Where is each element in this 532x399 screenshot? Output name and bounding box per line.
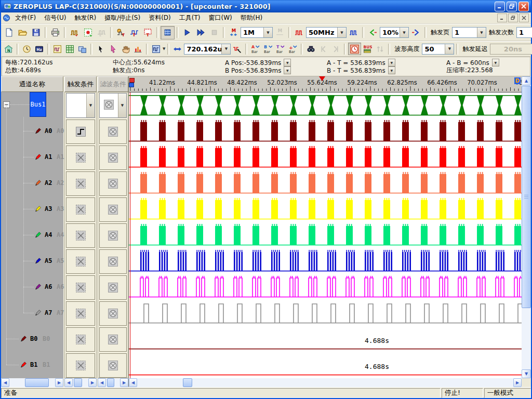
channel-name[interactable]: A3 xyxy=(45,205,52,212)
mdi-restore-button[interactable] xyxy=(508,14,518,22)
vscroll-down-button[interactable]: ▼ xyxy=(522,369,531,378)
wave-display-button[interactable] xyxy=(150,43,162,55)
bus-label[interactable]: Bus1 xyxy=(30,92,46,117)
hscroll-left-button[interactable]: ◀ xyxy=(129,378,137,387)
waveform-row-a0[interactable] xyxy=(129,118,522,144)
menu-item-7[interactable]: 帮助(H) xyxy=(236,12,267,23)
waveform-row-a6[interactable] xyxy=(129,274,522,300)
bar-b-button[interactable]: BBar xyxy=(262,43,274,55)
hscroll-right-button[interactable]: ▶ xyxy=(513,378,522,387)
channel-name[interactable]: A5 xyxy=(45,257,52,264)
sample-wave-red-button[interactable] xyxy=(292,26,305,39)
run-repeat-button[interactable] xyxy=(194,26,207,39)
filter-cell-a2[interactable] xyxy=(99,171,127,196)
filter-cell-a5[interactable] xyxy=(99,249,127,274)
trigger-cell-a6[interactable] xyxy=(66,275,95,300)
memory-depth-button[interactable]: M xyxy=(227,26,240,39)
d-flag-marker[interactable]: D xyxy=(514,77,521,84)
zoom-range-button[interactable] xyxy=(171,43,183,55)
trigger-count-combo[interactable]: 1▼ xyxy=(516,27,532,38)
channel-name[interactable]: B1 xyxy=(30,361,37,368)
trigger-page-combo-arrow[interactable]: ▼ xyxy=(477,28,486,37)
b-bar-marker[interactable] xyxy=(129,83,134,87)
minimize-button[interactable] xyxy=(495,2,505,11)
vscroll-thumb[interactable] xyxy=(522,86,531,308)
filter-column-hscrollbar[interactable]: ◀▶ xyxy=(98,378,128,387)
bus-setup-button[interactable] xyxy=(161,26,175,39)
b-t-dropdown[interactable]: ▼ xyxy=(388,66,395,74)
trigger-dropdown-arrow[interactable]: ▼ xyxy=(86,94,95,117)
cursor-select-button[interactable] xyxy=(107,43,119,55)
channel-row-b0[interactable]: B0B0 xyxy=(1,326,63,352)
waveform-row-a5[interactable] xyxy=(129,248,522,274)
waveform-row-a2[interactable] xyxy=(129,170,522,196)
clock-red-button[interactable] xyxy=(348,43,361,55)
memory-depth-combo[interactable]: 1M▼ xyxy=(241,27,273,38)
filter-cell-b1[interactable] xyxy=(99,353,127,378)
waveform-hscrollbar[interactable]: ◀ ▶ xyxy=(129,378,522,387)
filter-cell-a7[interactable] xyxy=(99,301,127,326)
channel-name[interactable]: A2 xyxy=(45,179,52,187)
memory-depth-combo-arrow[interactable]: ▼ xyxy=(263,28,272,37)
a-b-dropdown[interactable]: ▼ xyxy=(492,59,499,66)
home-button[interactable]: N xyxy=(3,43,15,55)
channel-row-a3[interactable]: A3A3 xyxy=(1,196,63,222)
filter-dropdown-arrow[interactable]: ▼ xyxy=(118,94,126,117)
hscroll-thumb[interactable] xyxy=(183,378,192,387)
ratio-prev-button[interactable] xyxy=(366,26,379,39)
waveform-row-bus1[interactable] xyxy=(129,92,522,118)
bar-add-button[interactable]: +Bar xyxy=(287,43,299,55)
bus-color-button[interactable]: BUS xyxy=(362,43,374,55)
channel-name[interactable]: B0 xyxy=(30,335,37,342)
display-ratio-combo-arrow[interactable]: ▼ xyxy=(400,28,408,37)
channel-row-b1[interactable]: B1B1 xyxy=(1,352,63,378)
trigger-cell-a4[interactable] xyxy=(66,223,95,248)
trigger-width-button[interactable]: T xyxy=(114,26,127,39)
new-file-button[interactable] xyxy=(3,26,16,39)
channel-row-a4[interactable]: A4A4 xyxy=(1,222,63,248)
channel-name[interactable]: A7 xyxy=(45,309,52,316)
clock-button[interactable] xyxy=(21,43,33,55)
channel-row-bus1[interactable]: −Bus1 xyxy=(1,92,63,118)
trigger-cell-a3[interactable] xyxy=(66,197,95,222)
zoom-time-combo[interactable]: 720.162us▼ xyxy=(184,44,231,55)
cursor-arrow-button[interactable] xyxy=(95,43,107,55)
hand-button[interactable] xyxy=(119,43,131,55)
waveform-display[interactable]: 4.688s4.688s xyxy=(129,92,522,378)
bar-a-button[interactable]: ABar xyxy=(249,43,261,55)
channel-row-a7[interactable]: A7A7 xyxy=(1,300,63,326)
trigger-column-hscrollbar[interactable]: ◀▶ xyxy=(64,378,97,387)
filter-cell-a6[interactable] xyxy=(99,275,127,300)
filter-cell-bus1[interactable]: ▼ xyxy=(99,93,127,118)
mdi-close-button[interactable] xyxy=(519,14,529,22)
filter-cell-a1[interactable] xyxy=(99,145,127,170)
open-file-button[interactable] xyxy=(16,26,29,39)
bar-t-button[interactable]: TBar xyxy=(274,43,286,55)
channel-name[interactable]: A6 xyxy=(45,283,52,290)
sample-wave-blue-button[interactable] xyxy=(347,26,360,39)
capture-signal-button[interactable] xyxy=(82,26,95,39)
filter-cell-b0[interactable] xyxy=(99,327,127,352)
a-pos-dropdown[interactable]: ▼ xyxy=(284,59,291,66)
waveform-row-b1[interactable]: 4.688s xyxy=(129,352,522,378)
freq-meter-button[interactable]: Hz xyxy=(33,43,45,55)
filter-cell-a4[interactable] xyxy=(99,223,127,248)
stats-button[interactable] xyxy=(132,43,144,55)
trigger-page-combo[interactable]: 1▼ xyxy=(452,27,486,38)
ratio-next-button[interactable] xyxy=(409,26,422,39)
channel-row-a5[interactable]: A5A5 xyxy=(1,248,63,274)
zoom-trigger-red-button[interactable] xyxy=(231,43,243,55)
menu-item-2[interactable]: 触发(R) xyxy=(70,12,100,23)
channel-name[interactable]: A0 xyxy=(45,127,52,135)
a-t-dropdown[interactable]: ▼ xyxy=(388,59,395,66)
waveform-row-a7[interactable] xyxy=(129,300,522,326)
wave-height-combo-arrow[interactable]: ▼ xyxy=(445,44,454,54)
win-wave-button[interactable] xyxy=(51,43,63,55)
menu-item-0[interactable]: 文件(F) xyxy=(11,12,40,23)
vscroll-up-button[interactable]: ▲ xyxy=(522,76,531,85)
trigger-cell-b1[interactable] xyxy=(66,353,95,378)
sample-rate-combo[interactable]: 50MHz▼ xyxy=(306,27,347,38)
channel-row-a6[interactable]: A6A6 xyxy=(1,274,63,300)
wave-display-dropdown[interactable]: ▼ xyxy=(163,43,165,55)
waveform-row-a3[interactable] xyxy=(129,196,522,222)
